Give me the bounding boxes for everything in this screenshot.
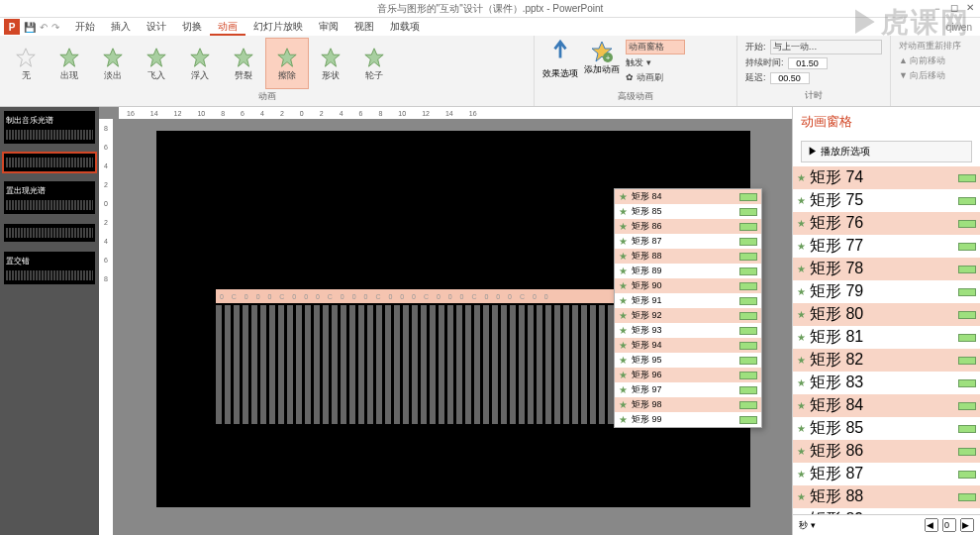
anim-pane-item[interactable]: ★矩形 80 xyxy=(793,303,980,326)
minimize-icon[interactable]: － xyxy=(932,2,942,16)
spectrum-bar[interactable] xyxy=(251,305,257,424)
spectrum-bar[interactable] xyxy=(412,305,418,424)
spectrum-bar[interactable] xyxy=(465,305,471,424)
anim-item[interactable]: ★矩形 90 xyxy=(615,278,761,293)
ribbon-tab-动画[interactable]: 动画 xyxy=(210,19,245,36)
spectrum-bar[interactable] xyxy=(563,305,569,424)
spectrum-bar[interactable] xyxy=(314,305,320,424)
spectrum-bar[interactable] xyxy=(456,305,462,424)
slide-thumbnail[interactable] xyxy=(4,224,95,242)
anim-pane-item[interactable]: ★矩形 87 xyxy=(793,463,980,485)
anim-item[interactable]: ★矩形 95 xyxy=(615,353,761,368)
ribbon-tab-切换[interactable]: 切换 xyxy=(174,19,210,34)
anim-item[interactable]: ★矩形 87 xyxy=(615,234,761,249)
duration-spinner[interactable] xyxy=(788,57,828,69)
qat-save-icon[interactable]: 💾 xyxy=(24,22,36,33)
anim-pane-item[interactable]: ★矩形 81 xyxy=(793,326,980,349)
spectrum-bar[interactable] xyxy=(385,305,391,424)
app-logo[interactable]: P xyxy=(4,19,20,35)
spectrum-bar[interactable] xyxy=(376,305,382,424)
anim-pane-item[interactable]: ★矩形 74 xyxy=(793,166,980,189)
spectrum-bar[interactable] xyxy=(367,305,373,424)
delay-spinner[interactable] xyxy=(770,72,810,84)
anim-pane-item[interactable]: ★矩形 76 xyxy=(793,212,980,235)
spectrum-bar[interactable] xyxy=(403,305,409,424)
play-selected-button[interactable]: ▶ 播放所选项 xyxy=(801,141,972,162)
spectrum-bar[interactable] xyxy=(278,305,284,424)
anim-item[interactable]: ★矩形 94 xyxy=(615,338,761,353)
ribbon-tab-视图[interactable]: 视图 xyxy=(346,19,382,34)
anim-item[interactable]: ★矩形 86 xyxy=(615,219,761,234)
anim-effect-形状[interactable]: 形状 xyxy=(309,38,352,89)
anim-item[interactable]: ★矩形 96 xyxy=(615,368,761,382)
spectrum-bar[interactable] xyxy=(519,305,525,424)
spectrum-bar[interactable] xyxy=(492,305,498,424)
anim-pane-item[interactable]: ★矩形 82 xyxy=(793,349,980,372)
spectrum-bar[interactable] xyxy=(296,305,302,424)
anim-item[interactable]: ★矩形 84 xyxy=(615,189,761,204)
spectrum-bar[interactable] xyxy=(260,305,266,424)
spectrum-bar[interactable] xyxy=(216,305,222,424)
spectrum-bar[interactable] xyxy=(349,305,355,424)
slide-thumbnail[interactable]: 置交错 xyxy=(4,252,95,284)
anim-item[interactable]: ★矩形 91 xyxy=(615,293,761,308)
animation-popup-list[interactable]: ★矩形 84★矩形 85★矩形 86★矩形 87★矩形 88★矩形 89★矩形 … xyxy=(614,188,762,428)
timeline-pos[interactable] xyxy=(942,518,956,532)
slide-thumbnail[interactable]: 置出现光谱 xyxy=(4,181,95,214)
qat-redo-icon[interactable]: ↷ xyxy=(51,22,59,33)
qat-undo-icon[interactable]: ↶ xyxy=(40,22,48,33)
spectrum-bar[interactable] xyxy=(572,305,578,424)
anim-pane-item[interactable]: ★矩形 83 xyxy=(793,372,980,394)
spectrum-bar[interactable] xyxy=(287,305,293,424)
anim-pane-item[interactable]: ★矩形 84 xyxy=(793,394,980,417)
anim-effect-擦除[interactable]: 擦除 xyxy=(265,38,309,89)
spectrum-bar[interactable] xyxy=(430,305,436,424)
move-earlier[interactable]: ▲ 向前移动 xyxy=(899,54,972,67)
anim-pane-item[interactable]: ★矩形 86 xyxy=(793,440,980,463)
spectrum-bar[interactable] xyxy=(323,305,329,424)
anim-item[interactable]: ★矩形 92 xyxy=(615,308,761,323)
spectrum-bar[interactable] xyxy=(394,305,400,424)
spectrum-bar[interactable] xyxy=(439,305,444,424)
anim-effect-浮入[interactable]: 浮入 xyxy=(178,38,222,89)
ribbon-tab-幻灯片放映[interactable]: 幻灯片放映 xyxy=(245,19,311,34)
ribbon-tab-开始[interactable]: 开始 xyxy=(67,19,103,34)
slide-thumbnail[interactable] xyxy=(4,154,95,171)
anim-item[interactable]: ★矩形 97 xyxy=(615,382,761,397)
trigger-menu[interactable]: 触发 ▾ xyxy=(626,56,685,69)
spectrum-bar[interactable] xyxy=(510,305,516,424)
anim-item[interactable]: ★矩形 85 xyxy=(615,204,761,219)
anim-item[interactable]: ★矩形 88 xyxy=(615,249,761,264)
animation-pane-toggle[interactable]: 动画窗格 xyxy=(626,40,685,54)
animation-painter[interactable]: ✿ 动画刷 xyxy=(626,71,685,84)
add-animation-button[interactable]: + 添加动画 xyxy=(584,40,620,76)
ribbon-tab-加载项[interactable]: 加载项 xyxy=(382,19,428,34)
anim-effect-出现[interactable]: 出现 xyxy=(48,38,91,89)
spectrum-bar[interactable] xyxy=(474,305,480,424)
spectrum-bar[interactable] xyxy=(421,305,427,424)
spectrum-bar[interactable] xyxy=(537,305,542,424)
spectrum-bar[interactable] xyxy=(243,305,248,424)
spectrum-bar[interactable] xyxy=(305,305,311,424)
spectrum-bar[interactable] xyxy=(545,305,551,424)
anim-pane-item[interactable]: ★矩形 88 xyxy=(793,485,980,508)
ribbon-tab-插入[interactable]: 插入 xyxy=(103,19,139,34)
anim-pane-item[interactable]: ★矩形 79 xyxy=(793,280,980,303)
spectrum-bar[interactable] xyxy=(332,305,338,424)
anim-item[interactable]: ★矩形 99 xyxy=(615,412,761,427)
move-later[interactable]: ▼ 向后移动 xyxy=(899,69,972,82)
spectrum-bar[interactable] xyxy=(528,305,534,424)
spectrum-bar[interactable] xyxy=(341,305,346,424)
timeline-step-back[interactable] xyxy=(925,518,938,532)
timeline-step-fwd[interactable] xyxy=(960,518,974,532)
spectrum-bar[interactable] xyxy=(590,305,596,424)
ribbon-tab-审阅[interactable]: 审阅 xyxy=(311,19,346,34)
anim-item[interactable]: ★矩形 93 xyxy=(615,323,761,338)
seconds-dropdown[interactable]: 秒 ▾ xyxy=(799,519,816,532)
anim-effect-无[interactable]: 无 xyxy=(4,38,48,89)
slide-thumbnail-panel[interactable]: 制出音乐光谱置出现光谱置交错 xyxy=(0,107,99,535)
spectrum-bar[interactable] xyxy=(269,305,275,424)
anim-effect-淡出[interactable]: 淡出 xyxy=(91,38,135,89)
spectrum-bar[interactable] xyxy=(554,305,560,424)
ribbon-tab-设计[interactable]: 设计 xyxy=(139,19,174,34)
